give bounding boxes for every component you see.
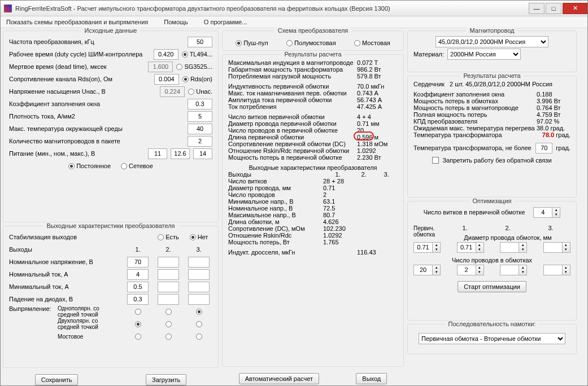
rect2-2[interactable] (165, 321, 172, 327)
core-select[interactable]: 45,0/28,0/12,0 2000НМ Россия (435, 36, 548, 47)
menu-help[interactable]: Помощь (164, 19, 188, 25)
nw3-spin[interactable]: ▴▾ (543, 265, 570, 275)
kfill-input[interactable] (188, 99, 212, 109)
tamb-label: Макс. температура окружающей среды (9, 125, 184, 132)
push-pull-radio[interactable]: Пуш-пул (236, 40, 268, 46)
inom1-input[interactable] (127, 269, 149, 280)
menu-about[interactable]: О программе... (204, 19, 247, 25)
choke-label: Индукт. дросселя, мкГн (228, 249, 357, 256)
vnom-out-label: Номинальное напряжение, В (9, 258, 121, 265)
d2-spin[interactable]: ▴▾ (500, 242, 527, 253)
ttrans-value: 78.0 (542, 131, 554, 138)
rds-input[interactable] (154, 74, 179, 85)
vnom2-input[interactable] (158, 257, 179, 267)
vmin-input[interactable] (148, 148, 167, 159)
minimize-button[interactable]: — (529, 3, 545, 14)
rect3-3[interactable] (196, 334, 202, 340)
nturns-label: Число витков в первичной обмотке (424, 209, 525, 216)
outs-label: Выходы (9, 246, 121, 253)
material-select[interactable]: 2000НМ Россия (447, 49, 521, 60)
tl494-radio[interactable]: TL494... (182, 51, 212, 58)
close-button[interactable]: ✕ (563, 3, 587, 14)
vmax-input[interactable] (193, 148, 212, 159)
dc-radio[interactable]: Постоянное (68, 163, 111, 169)
vnom3-input[interactable] (188, 257, 210, 267)
optimize-title: Оптимизация (469, 198, 515, 204)
rect1-2[interactable] (165, 309, 172, 315)
start-optimize-button[interactable]: Старт оптимизации (458, 281, 526, 292)
kfill-label: Коэффициент заполнения окна (9, 100, 184, 107)
stab-no-radio[interactable]: Нет (185, 234, 212, 240)
vd2-input[interactable] (158, 294, 179, 305)
load-button[interactable]: Загрузить (146, 374, 186, 385)
unasc-radio[interactable]: Uнас. (188, 88, 212, 95)
ttrans-label: Температура трансформатора (413, 131, 542, 138)
material-label: Материал: (413, 51, 444, 58)
rect3-1[interactable] (135, 334, 141, 340)
duty-label: Рабочее время (duty cycle) ШИМ-контролле… (9, 51, 150, 58)
rect1-3[interactable] (196, 309, 202, 315)
app-icon (4, 5, 12, 12)
d3-spin[interactable]: ▴▾ (543, 242, 570, 253)
vnom-input[interactable] (171, 148, 190, 159)
nturns-spin[interactable]: ▴▾ (533, 207, 560, 218)
prim-label: Первич. обмотка (413, 225, 442, 238)
nofeedback-check[interactable] (432, 157, 439, 164)
rect1-1[interactable] (135, 309, 141, 315)
exit-button[interactable]: Выход (356, 373, 387, 384)
tlim-label: Температура трансформатора, не более (413, 144, 532, 151)
rect3-2[interactable] (165, 334, 172, 340)
nw1-spin[interactable]: ▴▾ (457, 265, 484, 275)
full-bridge-radio[interactable]: Мостовая (354, 40, 390, 46)
rect-mode1-label: Однополярн. со средней точкой (58, 305, 121, 318)
menu-schemes[interactable]: Показать схемы преобразования и выпрямле… (6, 19, 148, 25)
d1-spin[interactable]: ▴▾ (457, 242, 484, 253)
maximize-button[interactable]: □ (546, 3, 561, 14)
results-panel-mid-title: Результаты расчета (281, 51, 345, 58)
sequence-panel: Последовательность намотки: Первичная об… (407, 324, 577, 354)
half-bridge-radio[interactable]: Полумостовая (286, 40, 336, 46)
rdson-radio[interactable]: Rds(on) (182, 76, 212, 82)
rect2-3[interactable] (196, 321, 202, 327)
sequence-select[interactable]: Первичная обмотка - Вторичные обмотки (419, 333, 565, 344)
ncores-input[interactable] (188, 136, 212, 147)
freq-input[interactable] (188, 37, 212, 47)
inom3-input[interactable] (188, 269, 210, 280)
vd3-input[interactable] (188, 294, 210, 305)
nofeedback-label: Запретить работу без обратной связи (442, 157, 551, 164)
j-input[interactable] (188, 111, 212, 122)
mid-out-hdr1: 1. (323, 171, 352, 178)
usat-label: Напряжение насыщения Uнас., В (9, 88, 156, 95)
duty-input[interactable] (154, 49, 178, 60)
nw2-spin[interactable]: ▴▾ (500, 265, 527, 275)
d0-spin[interactable]: ▴▾ (413, 242, 441, 253)
save-button[interactable]: Сохранить (35, 374, 79, 385)
imin3-input[interactable] (188, 282, 210, 292)
diam-label: Диаметр провода обмоток, мм (445, 234, 570, 241)
tamb-input[interactable] (188, 124, 212, 134)
inom2-input[interactable] (158, 269, 179, 280)
col2-hdr: 2. (155, 246, 182, 253)
tlim-unit: град. (556, 144, 570, 151)
nw0-spin[interactable]: ▴▾ (413, 265, 441, 275)
sequence-title: Последовательность намотки: (445, 321, 539, 327)
ncores-label: Количество магнитопроводов в пакете (9, 138, 184, 144)
imin2-input[interactable] (158, 282, 179, 292)
vnom1-input[interactable] (127, 257, 149, 267)
usat-input (160, 86, 185, 97)
mid-out-hdr0: Выходы (228, 171, 323, 178)
ttrans-unit: град. (556, 131, 570, 138)
stab-yes-radio[interactable]: Есть (155, 234, 182, 240)
imin1-input[interactable] (127, 282, 149, 292)
mid-out-title: Выходные характеристики преобразователя (228, 164, 398, 171)
deadtime-label: Мертвое время (dead time), мксек (9, 63, 145, 70)
sg3525-radio[interactable]: SG3525... (176, 63, 212, 70)
freq-label: Частота преобразования, кГц (9, 38, 184, 45)
col3-hdr: 3. (185, 246, 212, 253)
ac-radio[interactable]: Сетевое (121, 163, 153, 169)
vd1-input[interactable] (127, 294, 149, 305)
opt-c2: 2. (505, 225, 510, 231)
rect2-1[interactable] (135, 321, 141, 327)
tlim-input[interactable] (535, 143, 552, 153)
auto-calc-button[interactable]: Автоматический расчет (239, 373, 319, 384)
